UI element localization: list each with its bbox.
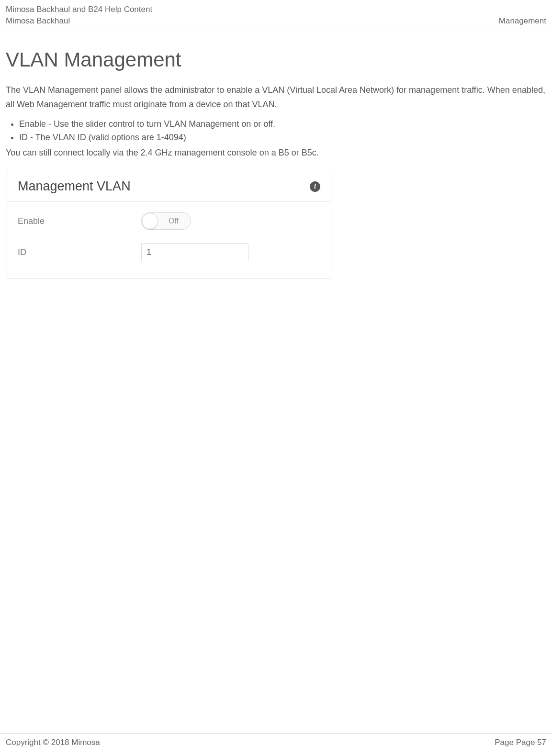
list-item: Enable - Use the slider control to turn … (19, 118, 546, 131)
management-vlan-card: Management VLAN i Enable Off ID (7, 172, 331, 279)
header-line2: Mimosa Backhaul (6, 15, 152, 27)
footer-page: Page Page 57 (495, 738, 546, 747)
enable-row: Enable Off (18, 206, 320, 236)
intro-paragraph: The VLAN Management panel allows the adm… (6, 83, 546, 112)
enable-toggle[interactable]: Off (141, 212, 191, 230)
list-item: ID - The VLAN ID (valid options are 1-40… (19, 131, 546, 145)
page-footer: Copyright © 2018 Mimosa Page Page 57 (0, 734, 552, 756)
card-header: Management VLAN i (7, 172, 331, 202)
info-icon[interactable]: i (310, 181, 320, 192)
enable-label: Enable (18, 216, 141, 226)
header-left: Mimosa Backhaul and B24 Help Content Mim… (6, 4, 152, 27)
id-label: ID (18, 247, 141, 257)
page-header: Mimosa Backhaul and B24 Help Content Mim… (0, 0, 552, 29)
header-line1: Mimosa Backhaul and B24 Help Content (6, 4, 152, 15)
content-area: VLAN Management The VLAN Management pane… (0, 29, 552, 285)
id-input[interactable] (141, 243, 248, 261)
card-body: Enable Off ID (7, 202, 331, 278)
note-paragraph: You can still connect locally via the 2.… (6, 146, 546, 160)
card-title: Management VLAN (18, 179, 131, 194)
footer-copyright: Copyright © 2018 Mimosa (6, 738, 100, 747)
toggle-knob-icon (142, 213, 158, 229)
page-title: VLAN Management (6, 48, 546, 71)
bullet-list: Enable - Use the slider control to turn … (19, 118, 546, 145)
id-row: ID (18, 236, 320, 268)
toggle-state-label: Off (169, 217, 179, 225)
header-right: Management (499, 16, 546, 27)
